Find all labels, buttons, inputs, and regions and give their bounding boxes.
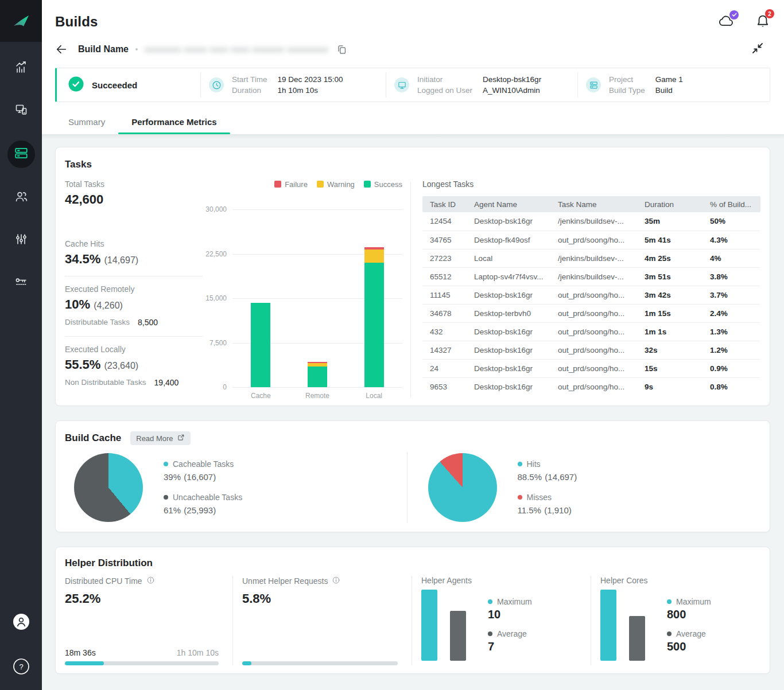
build-path-redacted: xxxxxxxx xxxxx xxxx xxxx xxxxxxx xxxxxxx… <box>145 45 328 54</box>
cloud-status-button[interactable] <box>717 14 735 30</box>
distributed-cpu-time-panel: Distributed CPU Time 25.2% 18m 36s 1h 10… <box>65 576 232 665</box>
sidebar-item-settings[interactable] <box>9 228 34 253</box>
table-row[interactable]: 65512Laptop-sv4r7f4vsv.../jenkins/builds… <box>422 267 760 286</box>
build-cache-title: Build Cache <box>65 432 121 444</box>
sliders-icon <box>14 232 28 248</box>
helper-cores-panel: Helper Cores Maximum 800 <box>591 576 760 665</box>
build-header-row: Build Name xxxxxxxx xxxxx xxxx xxxx xxxx… <box>55 42 770 56</box>
stacked-bar-remote[interactable] <box>308 362 327 387</box>
project-label: Project <box>609 75 645 84</box>
sidebar-item-license[interactable] <box>9 270 34 295</box>
agents-icon <box>14 103 28 119</box>
cpu-time-elapsed: 18m 36s <box>65 648 96 657</box>
notifications-button[interactable]: 2 <box>755 13 770 30</box>
app-logo[interactable] <box>0 0 42 42</box>
sidebar: ? <box>0 0 42 690</box>
tasks-card: Tasks Total Tasks 42,600 Cache Hits 34.5… <box>55 147 770 406</box>
build-name-label: Build Name <box>78 44 129 54</box>
content-area: Tasks Total Tasks 42,600 Cache Hits 34.5… <box>42 134 784 690</box>
cache-hits-stat: Cache Hits 34.5% (14,697) <box>65 239 203 276</box>
tab-performance-metrics[interactable]: Performance Metrics <box>118 117 230 134</box>
executed-locally-stat: Executed Locally 55.5% (23,640) Non Dist… <box>65 337 203 387</box>
table-row[interactable]: 432Desktop-bsk16grout_prd/soong/ho...1m … <box>422 322 760 341</box>
tab-summary[interactable]: Summary <box>55 117 118 134</box>
project-value: Game 1 <box>655 75 683 84</box>
initiator-label: Initiator <box>417 75 472 84</box>
cacheable-tasks-legend: Cacheable Tasks 39% (16,607) <box>164 459 242 483</box>
bell-icon <box>755 20 770 30</box>
build-type-label: Build Type <box>609 86 645 95</box>
help-button[interactable]: ? <box>13 658 30 677</box>
project-group: Project Game 1 Build Type Build <box>578 68 770 102</box>
collapse-view-button[interactable] <box>751 41 764 57</box>
agents-maximum-legend: Maximum 10 <box>488 597 532 621</box>
table-row[interactable]: 14327Desktop-bsk16grout_prd/soong/ho...3… <box>422 341 760 359</box>
start-time-label: Start Time <box>232 75 267 84</box>
info-icon[interactable] <box>332 576 340 586</box>
logged-on-user-label: Logged on User <box>417 86 472 95</box>
misses-legend: Misses 11.5% (1,910) <box>518 493 577 516</box>
table-row[interactable]: 34678Desktop-terbvh0out_prd/soong/ho...1… <box>422 304 760 322</box>
unmet-helper-requests-panel: Unmet Helper Requests 5.8% <box>232 576 412 665</box>
project-grid-icon <box>586 77 601 92</box>
stacked-bar-cache[interactable] <box>251 303 270 387</box>
read-more-label: Read More <box>136 434 173 443</box>
sidebar-bottom: ? <box>0 613 42 690</box>
table-row[interactable]: 27223Local/jenkins/buildsev-...4m 25s4% <box>422 249 760 267</box>
bar-segment-success <box>364 263 384 387</box>
cores-maximum-legend: Maximum 800 <box>667 597 711 621</box>
success-legend-label: Success <box>374 180 402 189</box>
table-row[interactable]: 11145Desktop-bsk16grout_prd/soong/ho...3… <box>422 286 760 304</box>
hits-pie-chart <box>428 453 497 522</box>
copy-button[interactable] <box>336 44 347 55</box>
notification-count-badge: 2 <box>765 9 774 18</box>
status-group: Succeeded <box>57 68 200 102</box>
user-avatar[interactable] <box>13 613 30 633</box>
status-badge: Succeeded <box>92 80 137 90</box>
table-row[interactable]: 34765Desktop-fk49osfout_prd/soong/ho...5… <box>422 231 760 249</box>
warning-legend-label: Warning <box>327 180 355 189</box>
table-row[interactable]: 12454Desktop-bsk16gr/jenkins/buildsev-..… <box>422 212 760 231</box>
brand-arrow-icon <box>11 11 32 32</box>
header-shadow <box>42 134 784 139</box>
chart-legend: Failure Warning Success <box>203 180 402 189</box>
builds-icon <box>14 146 29 163</box>
column-header: Duration <box>637 196 703 212</box>
page-header: Builds <box>42 0 784 134</box>
column-header: Agent Name <box>467 196 550 212</box>
tasks-stats: Total Tasks 42,600 Cache Hits 34.5% (14,… <box>65 180 203 400</box>
read-more-button[interactable]: Read More <box>130 431 190 445</box>
uncacheable-tasks-legend: Uncacheable Tasks 61% (25,993) <box>164 493 242 516</box>
column-header: Task ID <box>422 196 467 212</box>
hits-legend: Hits 88.5% (14,697) <box>518 459 577 483</box>
stacked-bar-local[interactable] <box>364 247 384 387</box>
table-row[interactable]: 9653Desktop-bsk16grout_prd/soong/ho...9s… <box>422 377 760 396</box>
main-area: Builds <box>42 0 784 690</box>
executed-remotely-stat: Executed Remotely 10% (4,260) Distributa… <box>65 276 203 337</box>
column-header: Task Name <box>550 196 637 212</box>
app-root: ? Builds <box>0 0 784 690</box>
table-row[interactable]: 24Desktop-bsk16grout_prd/soong/ho...15s0… <box>422 359 760 377</box>
distributed-cpu-time-value: 25.2% <box>65 591 219 606</box>
sidebar-item-users[interactable] <box>9 185 34 210</box>
x-axis-labels: CacheRemoteLocal <box>232 392 402 400</box>
cacheable-pie-panel: Cacheable Tasks 39% (16,607) Uncacheable… <box>65 452 407 523</box>
clock-icon <box>209 77 224 92</box>
logged-on-user-value: A_WIN10\Admin <box>483 86 541 95</box>
build-type-value: Build <box>655 86 683 95</box>
longest-tasks-panel: Longest Tasks Task IDAgent NameTask Name… <box>411 180 760 400</box>
sidebar-item-insights[interactable] <box>9 56 34 81</box>
start-time-value: 19 Dec 2023 15:00 <box>278 75 343 84</box>
failure-legend-label: Failure <box>285 180 308 189</box>
helper-distribution-title: Helper Distribution <box>65 558 760 569</box>
initiator-value: Desktop-bsk16gr <box>483 75 541 84</box>
separator-dot <box>135 48 138 50</box>
back-button[interactable] <box>55 43 68 56</box>
total-tasks-stat: Total Tasks 42,600 <box>65 180 203 207</box>
helper-agents-mini-chart <box>421 590 466 661</box>
info-icon[interactable] <box>146 576 155 586</box>
svg-text:?: ? <box>19 662 23 671</box>
sidebar-item-builds[interactable] <box>7 141 35 168</box>
sidebar-item-agents[interactable] <box>9 98 34 123</box>
page-title: Builds <box>55 14 784 30</box>
